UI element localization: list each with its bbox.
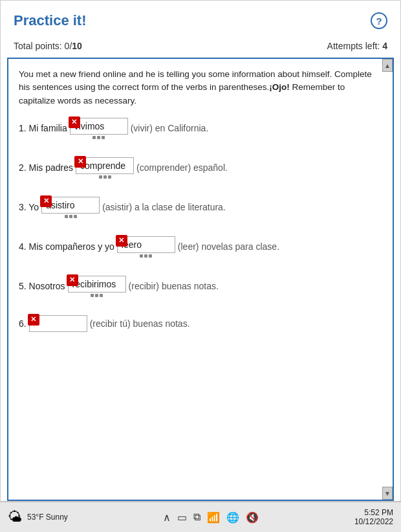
dots-row-1 <box>92 136 105 139</box>
total-points-label: Total points: 0/10 <box>14 41 82 51</box>
question-row-3: 3. Yo ✕ (asistir) a la clase de literatu… <box>19 197 382 218</box>
question-block-2: 2. Mis padres ✕ (comprender) español. <box>19 157 382 179</box>
question-number-1: 1. Mi familia <box>19 123 67 133</box>
question-block-4: 4. Mis compañeros y yo ✕ (leer) novelas … <box>19 236 382 258</box>
dot <box>99 175 102 179</box>
error-badge-1: ✕ <box>69 116 80 128</box>
scroll-content[interactable]: You met a new friend online and he is te… <box>8 59 393 500</box>
verb-hint-1: (vivir) en California. <box>131 123 209 133</box>
dot <box>74 215 77 218</box>
question-row-5: 5. Nosotros ✕ (recibir) buenas notas. <box>19 276 382 297</box>
question-row-1: 1. Mi familia ✕ (vivir) en California. <box>19 118 382 139</box>
dot <box>95 294 98 297</box>
answer-box-3: ✕ <box>41 197 100 218</box>
wifi-icon[interactable]: 📶 <box>207 511 220 524</box>
content-area: You met a new friend online and he is te… <box>7 58 394 501</box>
weather-icon: 🌤 <box>8 509 22 526</box>
verb-hint-5: (recibir) buenas notas. <box>129 281 219 291</box>
chevron-up-icon[interactable]: ∧ <box>163 511 171 524</box>
help-icon[interactable]: ? <box>371 12 387 29</box>
dot <box>69 215 72 218</box>
question-number-5: 5. Nosotros <box>19 281 65 291</box>
error-badge-6: ✕ <box>28 314 39 326</box>
question-number-3: 3. Yo <box>19 202 39 212</box>
question-block-5: 5. Nosotros ✕ (recibir) buenas notas. <box>19 276 382 297</box>
dot <box>149 254 152 258</box>
question-block-1: 1. Mi familia ✕ (vivir) en California. <box>19 118 382 139</box>
verb-hint-3: (asistir) a la clase de literatura. <box>102 202 226 212</box>
window-icon[interactable]: ▭ <box>177 511 187 524</box>
dots-row-5 <box>91 294 103 297</box>
question-number-6: 6. <box>19 318 27 329</box>
scroll-down-button[interactable]: ▼ <box>382 487 393 500</box>
question-block-3: 3. Yo ✕ (asistir) a la clase de literatu… <box>19 197 382 218</box>
question-number-2: 2. Mis padres <box>19 162 73 173</box>
dot <box>102 136 105 139</box>
error-badge-2: ✕ <box>74 156 86 168</box>
scroll-up-button[interactable]: ▲ <box>382 59 393 72</box>
volume-icon[interactable]: 🔇 <box>246 511 259 524</box>
error-badge-5: ✕ <box>67 274 78 286</box>
question-number-4: 4. Mis compañeros y yo <box>19 241 114 252</box>
weather-text: 53°F Sunny <box>27 513 68 522</box>
taskbar-right: 5:52 PM 10/12/2022 <box>354 508 393 526</box>
dot <box>97 136 100 139</box>
verb-hint-6: (recibir tú) buenas notas. <box>90 318 190 329</box>
copy-icon[interactable]: ⧉ <box>193 511 200 523</box>
network-icon[interactable]: 🌐 <box>226 511 239 524</box>
page-title: Practice it! <box>14 12 87 29</box>
verb-hint-4: (leer) novelas para clase. <box>178 241 279 252</box>
taskbar: 🌤 53°F Sunny ∧ ▭ ⧉ 📶 🌐 🔇 5:52 PM 10/12/2… <box>0 502 401 532</box>
question-row-4: 4. Mis compañeros y yo ✕ (leer) novelas … <box>19 236 382 258</box>
instruction-text: You met a new friend online and he is te… <box>19 68 382 107</box>
question-block-6: 6. ✕ (recibir tú) buenas notas. <box>19 315 382 332</box>
taskbar-time: 5:52 PM <box>364 508 393 517</box>
dot <box>140 254 143 258</box>
app-window: Practice it! ? Total points: 0/10 Attemp… <box>0 0 401 502</box>
dot <box>103 175 107 179</box>
taskbar-date: 10/12/2022 <box>354 517 393 526</box>
question-row-6: 6. ✕ (recibir tú) buenas notas. <box>19 315 382 332</box>
error-badge-3: ✕ <box>40 195 52 207</box>
dot <box>92 136 96 139</box>
title-bar: Practice it! ? <box>1 1 400 37</box>
dots-row-2 <box>99 175 111 179</box>
stats-bar: Total points: 0/10 Attempts left: 4 <box>1 37 400 58</box>
dot <box>91 294 94 297</box>
taskbar-center: ∧ ▭ ⧉ 📶 🌐 🔇 <box>163 511 259 524</box>
verb-hint-2: (comprender) español. <box>136 162 228 173</box>
answer-box-5: ✕ <box>68 276 126 297</box>
dots-row-4 <box>140 254 152 258</box>
error-badge-4: ✕ <box>116 235 127 247</box>
dot <box>100 294 103 297</box>
answer-box-1: ✕ <box>70 118 128 139</box>
answer-box-6: ✕ <box>29 315 87 332</box>
dot <box>144 254 147 258</box>
dot <box>65 215 68 218</box>
taskbar-left: 🌤 53°F Sunny <box>8 509 68 526</box>
answer-box-2: ✕ <box>76 157 134 179</box>
answer-box-4: ✕ <box>117 236 175 258</box>
attempts-left-label: Attempts left: 4 <box>327 41 387 51</box>
dots-row-3 <box>65 215 77 218</box>
dot <box>108 175 111 179</box>
question-row-2: 2. Mis padres ✕ (comprender) español. <box>19 157 382 179</box>
